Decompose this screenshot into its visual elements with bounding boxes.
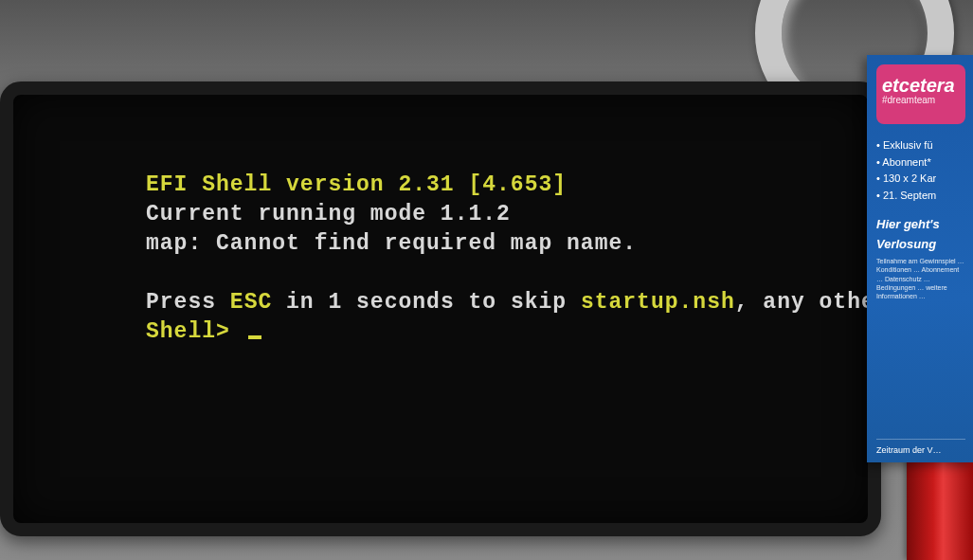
- advert-fineprint: Teilnahme am Gewinnspiel … Konditionen ……: [876, 257, 965, 323]
- advert-card: etcetera #dreamteam Exklusiv fü Abonnent…: [867, 55, 973, 462]
- press-text-a: Press: [146, 290, 230, 315]
- photo-scene: EFI Shell version 2.31 [4.653] Current r…: [0, 0, 973, 560]
- advert-brand-block: etcetera #dreamteam: [876, 64, 965, 124]
- advert-bullets: Exklusiv fü Abonnent* 130 x 2 Kar 21. Se…: [876, 137, 965, 204]
- advert-brand: etcetera: [882, 76, 960, 95]
- press-esc-key: ESC: [230, 290, 272, 315]
- cursor-icon: [248, 335, 261, 339]
- shell-header: EFI Shell version 2.31 [4.653]: [146, 171, 858, 200]
- advert-tag: #dreamteam: [882, 95, 960, 105]
- advert-bullet: Exklusiv fü: [876, 137, 965, 154]
- advert-mid1: Hier geht's: [876, 217, 965, 231]
- advert-footer: Zeitraum der V…: [876, 439, 965, 455]
- blank-line: [146, 259, 858, 288]
- advert-bullet: Abonnent*: [876, 154, 965, 172]
- advert-bullet: 130 x 2 Kar: [876, 171, 965, 188]
- press-startup-file: startup.nsh: [581, 290, 735, 315]
- shell-prompt-line[interactable]: Shell>: [146, 317, 858, 347]
- advert-bullet: 21. Septem: [876, 188, 965, 205]
- info-display-monitor: EFI Shell version 2.31 [4.653] Current r…: [0, 81, 881, 536]
- shell-mode: Current running mode 1.1.2: [146, 200, 858, 229]
- efi-shell-screen: EFI Shell version 2.31 [4.653] Current r…: [13, 95, 868, 523]
- shell-map: map: Cannot find required map name.: [146, 229, 858, 259]
- advert-mid2: Verlosung: [876, 237, 965, 251]
- press-text-c: , any other key to: [735, 290, 868, 315]
- shell-press: Press ESC in 1 seconds to skip startup.n…: [146, 288, 858, 317]
- red-pole: [907, 456, 973, 560]
- press-text-b: in 1 seconds to skip: [272, 290, 581, 315]
- shell-prompt: Shell>: [146, 319, 244, 344]
